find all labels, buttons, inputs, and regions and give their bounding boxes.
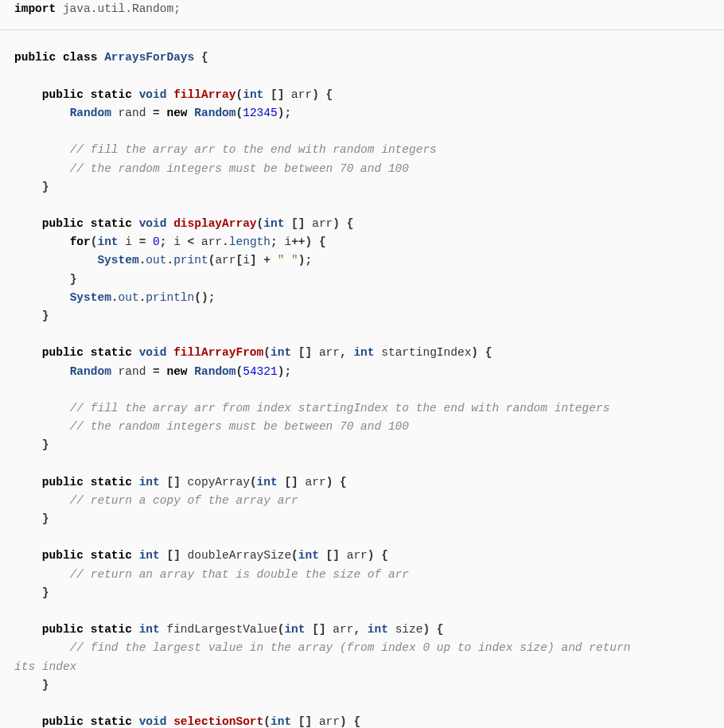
string-literal: " " (278, 254, 298, 267)
paren-close: ) { (471, 346, 492, 359)
method-fillArrayFrom: public static void fillArrayFrom(int [] … (42, 346, 492, 359)
type-random: Random (70, 365, 119, 378)
method-fillArray: public static void fillArray(int [] arr)… (42, 88, 333, 101)
method-mods: public static (42, 549, 139, 562)
method-name: selectionSort (173, 715, 263, 728)
method-print: print (173, 254, 208, 267)
class-mods: public class (14, 51, 104, 64)
comment: // the random integers must be between 7… (70, 420, 409, 433)
param-type: int (368, 623, 395, 636)
method-name: displayArray (173, 217, 256, 230)
brace-close: } (42, 438, 49, 451)
less-than: < (188, 236, 201, 248)
paren-close: ) { (326, 476, 347, 489)
method-mods: public static (42, 715, 139, 728)
brace-close: } (42, 309, 49, 322)
brace-close: } (42, 679, 49, 691)
paren-close: ) { (340, 715, 360, 728)
paren-close: ) { (333, 217, 353, 230)
method-doubleArraySize: public static int [] doubleArraySize(int… (42, 549, 388, 562)
comment: // fill the array arr from index startin… (70, 402, 610, 415)
method-mods: public static (42, 623, 139, 636)
semicolon: ; (160, 236, 173, 248)
brackets: [] (166, 476, 187, 489)
paren-open: ( (263, 346, 271, 359)
paren-close: ) { (312, 88, 333, 101)
return-type: void (139, 217, 174, 230)
return-type: int (139, 549, 167, 562)
method-println: println (146, 291, 194, 304)
param-name: size (395, 623, 423, 636)
method-findLargestValue: public static int findLargestValue(int [… (42, 623, 444, 636)
equals: = (139, 236, 153, 248)
class-name: ArraysForDays (104, 51, 194, 64)
package-path: java.util.Random; (56, 2, 181, 15)
bracket-close: ] (250, 254, 263, 267)
return-type: void (139, 346, 174, 359)
plus: + (263, 254, 277, 267)
brace-open: { (194, 51, 208, 64)
param-name: arr (347, 549, 368, 562)
brackets: [] (284, 476, 305, 489)
comment: // the random integers must be between 7… (70, 162, 409, 175)
field-out: out (146, 254, 166, 267)
dot: . (222, 236, 229, 248)
return-type: void (139, 715, 174, 728)
var-i: i (125, 236, 138, 248)
param-name: arr (319, 346, 340, 359)
brackets: [] (271, 88, 291, 101)
var-rand: rand (119, 107, 154, 119)
brackets: [] (166, 549, 187, 562)
param-name: arr (312, 217, 333, 230)
var-arr: arr (201, 236, 222, 248)
equals: = (153, 107, 166, 119)
brackets: [] (298, 346, 319, 359)
keyword-new: new (166, 107, 194, 119)
type-random: Random (70, 107, 119, 119)
method-mods: public static (42, 476, 139, 489)
keyword-new: new (166, 365, 194, 378)
paren-open: ( (235, 88, 243, 101)
param-type: int (263, 217, 291, 230)
comment: // return an array that is double the si… (70, 568, 409, 581)
param-type: int (298, 549, 326, 562)
method-copyArray: public static int [] copyArray(int [] ar… (42, 476, 347, 489)
brace-close: } (42, 181, 49, 193)
dot: . (166, 254, 173, 267)
method-name: copyArray (188, 476, 250, 489)
method-mods: public static (42, 346, 139, 359)
number-literal: 54321 (243, 365, 278, 378)
paren-close: ) { (422, 623, 443, 636)
brackets: [] (298, 715, 319, 728)
return-type: int (139, 476, 167, 489)
brace-close: } (70, 273, 77, 286)
comma: , (340, 346, 353, 359)
increment: ++ (291, 236, 305, 248)
var-i: i (173, 236, 187, 248)
return-type: int (139, 623, 167, 636)
class-system: System (70, 291, 111, 304)
param-name: arr (306, 476, 326, 489)
brace-close: } (42, 512, 49, 525)
param-type: int (243, 88, 271, 101)
var-i: i (284, 236, 291, 248)
brackets: [] (326, 549, 347, 562)
method-selectionSort: public static void selectionSort(int [] … (42, 715, 360, 728)
class-system: System (97, 254, 138, 267)
param-name: startingIndex (381, 346, 471, 359)
dot: . (111, 291, 119, 304)
field-length: length (229, 236, 271, 248)
method-name: doubleArraySize (188, 549, 292, 562)
brackets: [] (312, 623, 333, 636)
param-type: int (271, 715, 298, 728)
number-literal: 0 (153, 236, 160, 248)
brackets: [] (291, 217, 312, 230)
method-mods: public static (42, 88, 139, 101)
paren-close-brace: ) { (306, 236, 326, 248)
comment-continuation: its index (14, 660, 76, 673)
brace-close: } (42, 586, 49, 599)
number-literal: 12345 (243, 107, 278, 119)
param-name: arr (319, 715, 340, 728)
ctor-name: Random (194, 107, 235, 119)
var-arr: arr (215, 254, 235, 267)
